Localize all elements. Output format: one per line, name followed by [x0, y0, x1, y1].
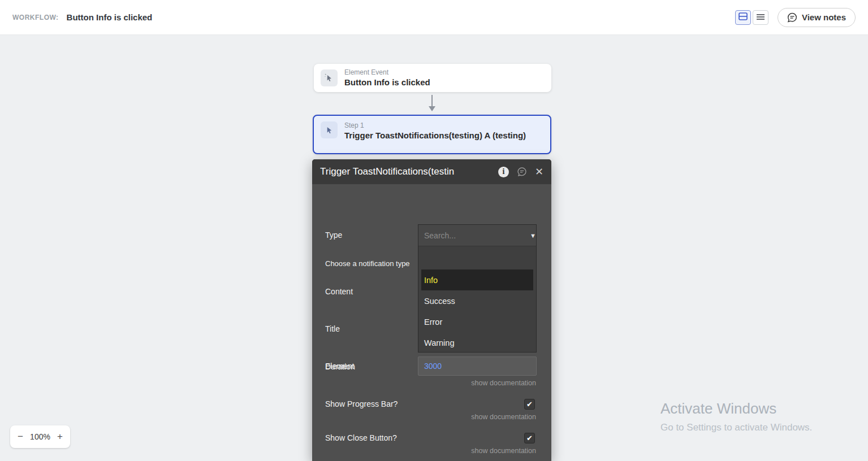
dropdown-option-list: Info Success Error Warning	[418, 269, 536, 353]
popup-header-icons: i ✕	[498, 167, 543, 177]
comment-icon[interactable]	[517, 167, 527, 177]
step-kind-label: Step 1	[344, 121, 543, 130]
event-title: Button Info is clicked	[344, 77, 430, 88]
step-card-text: Step 1 Trigger ToastNotifications(testin…	[344, 121, 543, 141]
check-icon: ✔	[526, 434, 533, 442]
step-title: Trigger ToastNotifications(testing) A (t…	[344, 130, 543, 141]
flow-arrow	[426, 95, 438, 114]
title-field-label: Title	[325, 324, 340, 333]
close-button-checkbox[interactable]: ✔	[524, 433, 535, 443]
progress-doc-link[interactable]: show documentation	[471, 413, 536, 421]
dropdown-option-error[interactable]: Error	[421, 311, 533, 332]
step-card-icon-box	[321, 121, 338, 138]
zoom-out-button[interactable]: −	[18, 431, 23, 442]
step-card-selected[interactable]: Step 1 Trigger ToastNotifications(testin…	[313, 115, 551, 154]
check-icon: ✔	[526, 400, 533, 408]
zoom-in-button[interactable]: +	[57, 431, 63, 442]
event-card[interactable]: Element Event Button Info is clicked	[314, 64, 551, 92]
event-card-icon-box	[321, 69, 338, 86]
view-notes-button[interactable]: View notes	[778, 8, 856, 27]
topbar-actions: View notes	[735, 8, 856, 27]
type-field-hint: Choose a notification type	[325, 259, 410, 268]
view-notes-label: View notes	[802, 12, 846, 22]
workflow-label: WORKFLOW:	[12, 14, 59, 21]
close-icon[interactable]: ✕	[535, 167, 543, 177]
card-view-button[interactable]	[735, 10, 751, 25]
zoom-level: 100%	[30, 432, 50, 441]
event-kind-label: Element Event	[344, 68, 430, 77]
list-view-icon	[756, 12, 765, 23]
popup-header[interactable]: Trigger ToastNotifications(testin i ✕	[312, 159, 551, 184]
progress-bar-label: Show Progress Bar?	[325, 399, 398, 408]
activate-windows-watermark: Activate Windows Go to Settings to activ…	[660, 400, 812, 433]
dropdown-search-row: ▼	[418, 225, 536, 246]
type-field-label: Type	[325, 230, 342, 240]
cursor-click-icon	[325, 73, 334, 82]
list-view-button[interactable]	[753, 10, 768, 25]
progress-bar-checkbox[interactable]: ✔	[524, 399, 535, 410]
chevron-down-icon[interactable]: ▼	[530, 232, 536, 239]
duration-doc-link[interactable]: show documentation	[471, 379, 536, 387]
notes-bubble-icon	[787, 12, 797, 23]
dropdown-search-input[interactable]	[424, 231, 526, 240]
info-icon[interactable]: i	[498, 167, 509, 177]
workflow-title: Button Info is clicked	[67, 12, 153, 22]
duration-field-label: Duration	[325, 362, 355, 371]
pointer-icon	[325, 126, 334, 134]
close-doc-link[interactable]: show documentation	[471, 447, 536, 455]
dropdown-option-info[interactable]: Info	[421, 269, 533, 290]
event-card-text: Element Event Button Info is clicked	[344, 68, 430, 88]
dropdown-option-success[interactable]: Success	[421, 290, 533, 311]
workflow-topbar: WORKFLOW: Button Info is clicked View no…	[0, 0, 868, 35]
type-dropdown-open: ▼ Info Success Error Warning	[418, 224, 537, 353]
watermark-subtitle: Go to Settings to activate Windows.	[660, 422, 812, 433]
action-property-editor: Trigger ToastNotifications(testin i ✕ El…	[312, 159, 551, 461]
duration-input[interactable]	[418, 356, 537, 376]
close-button-label: Show Close Button?	[325, 433, 397, 442]
dropdown-option-warning[interactable]: Warning	[421, 332, 533, 353]
zoom-control: − 100% +	[10, 425, 70, 448]
content-field-label: Content	[325, 287, 353, 296]
view-mode-toggle	[735, 10, 768, 25]
popup-title: Trigger ToastNotifications(testin	[320, 166, 490, 177]
watermark-title: Activate Windows	[660, 400, 812, 417]
card-view-icon	[739, 12, 748, 23]
